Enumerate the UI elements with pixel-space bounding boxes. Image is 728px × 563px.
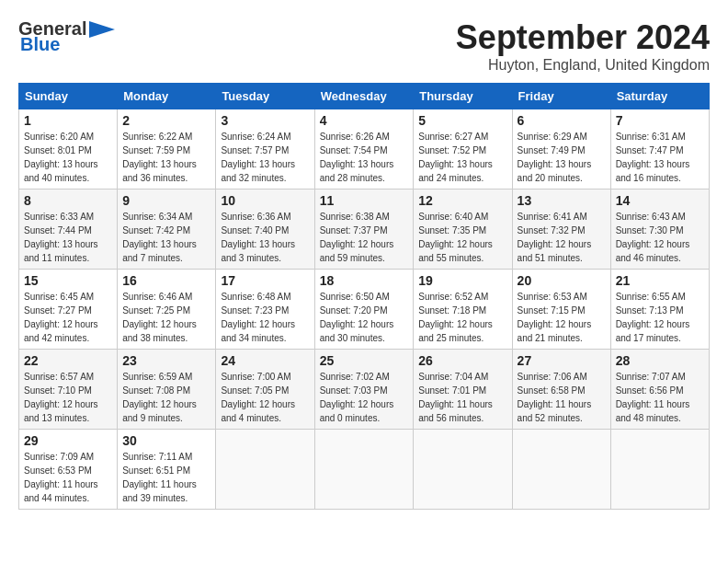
calendar-cell — [314, 430, 414, 510]
calendar-cell: 27Sunrise: 7:06 AM Sunset: 6:58 PM Dayli… — [512, 350, 610, 430]
calendar-cell: 5Sunrise: 6:27 AM Sunset: 7:52 PM Daylig… — [414, 109, 512, 190]
day-number: 22 — [24, 353, 112, 368]
day-info: Sunrise: 6:48 AM Sunset: 7:23 PM Dayligh… — [221, 290, 309, 345]
day-info: Sunrise: 6:24 AM Sunset: 7:57 PM Dayligh… — [221, 130, 309, 185]
calendar-cell — [610, 430, 709, 510]
calendar-cell: 8Sunrise: 6:33 AM Sunset: 7:44 PM Daylig… — [19, 190, 118, 270]
day-info: Sunrise: 6:40 AM Sunset: 7:35 PM Dayligh… — [418, 210, 506, 265]
calendar-cell: 25Sunrise: 7:02 AM Sunset: 7:03 PM Dayli… — [314, 350, 414, 430]
calendar-cell — [512, 430, 610, 510]
day-number: 23 — [122, 353, 210, 368]
day-info: Sunrise: 6:55 AM Sunset: 7:13 PM Dayligh… — [616, 290, 704, 345]
calendar-cell: 1Sunrise: 6:20 AM Sunset: 8:01 PM Daylig… — [19, 109, 118, 190]
day-number: 15 — [24, 273, 112, 288]
day-number: 9 — [122, 193, 210, 208]
calendar-table: SundayMondayTuesdayWednesdayThursdayFrid… — [18, 83, 710, 510]
day-number: 10 — [221, 193, 309, 208]
calendar-cell: 11Sunrise: 6:38 AM Sunset: 7:37 PM Dayli… — [314, 190, 414, 270]
calendar-cell: 15Sunrise: 6:45 AM Sunset: 7:27 PM Dayli… — [19, 270, 118, 350]
day-info: Sunrise: 6:33 AM Sunset: 7:44 PM Dayligh… — [24, 210, 112, 265]
calendar-cell: 13Sunrise: 6:41 AM Sunset: 7:32 PM Dayli… — [512, 190, 610, 270]
day-number: 21 — [616, 273, 704, 288]
day-number: 1 — [24, 113, 112, 128]
day-info: Sunrise: 7:06 AM Sunset: 6:58 PM Dayligh… — [518, 370, 606, 425]
calendar-weekday-wednesday: Wednesday — [314, 84, 414, 109]
day-number: 16 — [122, 273, 210, 288]
calendar-cell: 3Sunrise: 6:24 AM Sunset: 7:57 PM Daylig… — [216, 109, 314, 190]
calendar-week-row: 15Sunrise: 6:45 AM Sunset: 7:27 PM Dayli… — [19, 270, 710, 350]
calendar-cell: 19Sunrise: 6:52 AM Sunset: 7:18 PM Dayli… — [414, 270, 512, 350]
day-number: 25 — [320, 353, 409, 368]
day-info: Sunrise: 7:02 AM Sunset: 7:03 PM Dayligh… — [320, 370, 409, 425]
day-info: Sunrise: 6:45 AM Sunset: 7:27 PM Dayligh… — [24, 290, 112, 345]
svg-marker-0 — [89, 21, 115, 38]
calendar-week-row: 8Sunrise: 6:33 AM Sunset: 7:44 PM Daylig… — [19, 190, 710, 270]
day-info: Sunrise: 6:57 AM Sunset: 7:10 PM Dayligh… — [24, 370, 112, 425]
page-header: General Blue September 2024 Huyton, Engl… — [18, 18, 710, 74]
day-info: Sunrise: 6:50 AM Sunset: 7:20 PM Dayligh… — [320, 290, 409, 345]
day-number: 11 — [320, 193, 409, 208]
calendar-weekday-tuesday: Tuesday — [216, 84, 314, 109]
day-number: 6 — [518, 113, 606, 128]
title-area: September 2024 Huyton, England, United K… — [456, 18, 710, 74]
day-number: 26 — [418, 353, 506, 368]
page-subtitle: Huyton, England, United Kingdom — [456, 57, 710, 74]
day-number: 5 — [418, 113, 506, 128]
calendar-weekday-friday: Friday — [512, 84, 610, 109]
day-info: Sunrise: 6:20 AM Sunset: 8:01 PM Dayligh… — [24, 130, 112, 185]
day-number: 27 — [518, 353, 606, 368]
calendar-week-row: 1Sunrise: 6:20 AM Sunset: 8:01 PM Daylig… — [19, 109, 710, 190]
logo-blue: Blue — [20, 34, 60, 55]
calendar-cell: 30Sunrise: 7:11 AM Sunset: 6:51 PM Dayli… — [118, 430, 216, 510]
day-number: 7 — [616, 113, 704, 128]
day-number: 20 — [518, 273, 606, 288]
calendar-weekday-monday: Monday — [118, 84, 216, 109]
day-number: 18 — [320, 273, 409, 288]
calendar-cell: 22Sunrise: 6:57 AM Sunset: 7:10 PM Dayli… — [19, 350, 118, 430]
day-info: Sunrise: 6:34 AM Sunset: 7:42 PM Dayligh… — [122, 210, 210, 265]
day-number: 2 — [122, 113, 210, 128]
day-info: Sunrise: 6:31 AM Sunset: 7:47 PM Dayligh… — [616, 130, 704, 185]
calendar-cell: 14Sunrise: 6:43 AM Sunset: 7:30 PM Dayli… — [610, 190, 709, 270]
day-info: Sunrise: 7:04 AM Sunset: 7:01 PM Dayligh… — [418, 370, 506, 425]
calendar-cell: 24Sunrise: 7:00 AM Sunset: 7:05 PM Dayli… — [216, 350, 314, 430]
day-info: Sunrise: 6:38 AM Sunset: 7:37 PM Dayligh… — [320, 210, 409, 265]
calendar-week-row: 22Sunrise: 6:57 AM Sunset: 7:10 PM Dayli… — [19, 350, 710, 430]
day-number: 8 — [24, 193, 112, 208]
calendar-cell: 6Sunrise: 6:29 AM Sunset: 7:49 PM Daylig… — [512, 109, 610, 190]
logo-arrow-icon — [89, 21, 115, 38]
day-number: 29 — [24, 433, 112, 448]
day-info: Sunrise: 7:09 AM Sunset: 6:53 PM Dayligh… — [24, 450, 112, 505]
day-info: Sunrise: 6:27 AM Sunset: 7:52 PM Dayligh… — [418, 130, 506, 185]
day-number: 28 — [616, 353, 704, 368]
calendar-cell: 4Sunrise: 6:26 AM Sunset: 7:54 PM Daylig… — [314, 109, 414, 190]
calendar-cell: 10Sunrise: 6:36 AM Sunset: 7:40 PM Dayli… — [216, 190, 314, 270]
day-number: 17 — [221, 273, 309, 288]
calendar-cell: 20Sunrise: 6:53 AM Sunset: 7:15 PM Dayli… — [512, 270, 610, 350]
calendar-weekday-thursday: Thursday — [414, 84, 512, 109]
calendar-cell: 23Sunrise: 6:59 AM Sunset: 7:08 PM Dayli… — [118, 350, 216, 430]
calendar-cell: 29Sunrise: 7:09 AM Sunset: 6:53 PM Dayli… — [19, 430, 118, 510]
calendar-cell — [216, 430, 314, 510]
calendar-cell: 16Sunrise: 6:46 AM Sunset: 7:25 PM Dayli… — [118, 270, 216, 350]
day-info: Sunrise: 7:11 AM Sunset: 6:51 PM Dayligh… — [122, 450, 210, 505]
calendar-cell — [414, 430, 512, 510]
calendar-header-row: SundayMondayTuesdayWednesdayThursdayFrid… — [19, 84, 710, 109]
day-info: Sunrise: 6:26 AM Sunset: 7:54 PM Dayligh… — [320, 130, 409, 185]
calendar-week-row: 29Sunrise: 7:09 AM Sunset: 6:53 PM Dayli… — [19, 430, 710, 510]
day-info: Sunrise: 6:36 AM Sunset: 7:40 PM Dayligh… — [221, 210, 309, 265]
day-number: 3 — [221, 113, 309, 128]
day-info: Sunrise: 6:43 AM Sunset: 7:30 PM Dayligh… — [616, 210, 704, 265]
calendar-cell: 21Sunrise: 6:55 AM Sunset: 7:13 PM Dayli… — [610, 270, 709, 350]
day-info: Sunrise: 6:59 AM Sunset: 7:08 PM Dayligh… — [122, 370, 210, 425]
day-info: Sunrise: 6:29 AM Sunset: 7:49 PM Dayligh… — [518, 130, 606, 185]
day-number: 19 — [418, 273, 506, 288]
calendar-cell: 2Sunrise: 6:22 AM Sunset: 7:59 PM Daylig… — [118, 109, 216, 190]
calendar-cell: 18Sunrise: 6:50 AM Sunset: 7:20 PM Dayli… — [314, 270, 414, 350]
calendar-cell: 7Sunrise: 6:31 AM Sunset: 7:47 PM Daylig… — [610, 109, 709, 190]
calendar-cell: 12Sunrise: 6:40 AM Sunset: 7:35 PM Dayli… — [414, 190, 512, 270]
day-info: Sunrise: 6:52 AM Sunset: 7:18 PM Dayligh… — [418, 290, 506, 345]
day-number: 12 — [418, 193, 506, 208]
calendar-cell: 17Sunrise: 6:48 AM Sunset: 7:23 PM Dayli… — [216, 270, 314, 350]
day-info: Sunrise: 6:41 AM Sunset: 7:32 PM Dayligh… — [518, 210, 606, 265]
